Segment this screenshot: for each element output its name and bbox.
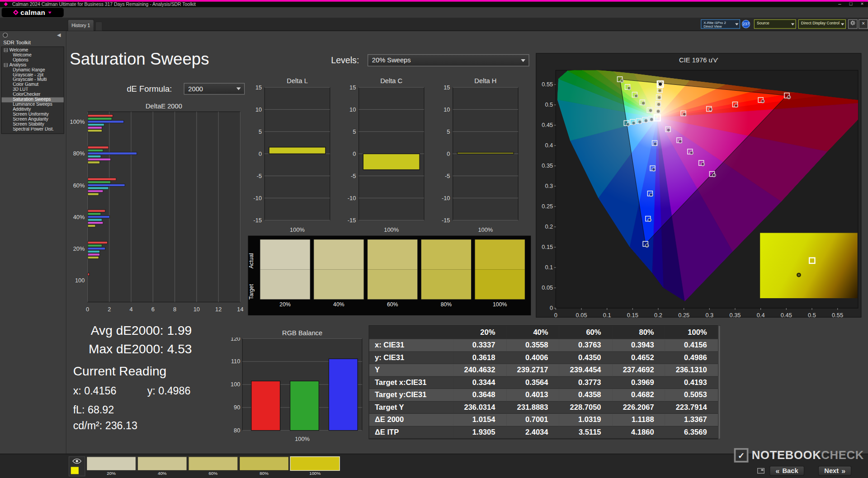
svg-text:100%: 100%: [295, 436, 310, 442]
tab-history-1[interactable]: History 1: [67, 19, 94, 31]
inset-measured-marker: [797, 273, 801, 277]
de-formula-dropdown[interactable]: 2000: [184, 83, 245, 95]
maximize-button[interactable]: □: [849, 1, 853, 6]
next-label: Next: [824, 467, 839, 474]
meter-select-button[interactable]: X-Rite i1Pro 2 Direct View: [701, 19, 740, 29]
tree-item-screen-angularity[interactable]: Screen Angularity: [2, 117, 64, 122]
swatch-tile: [313, 239, 364, 300]
delta-l-plot: 151050-5-10-15100%: [246, 85, 339, 239]
sidebar-tree: WelcomeWelcomeOptionsAnalysisDynamic Ran…: [1, 47, 64, 134]
table-row: ΔE ITP1.93052.40343.51154.18606.3569: [369, 426, 718, 439]
filmstrip-thumb-40%[interactable]: 40%: [137, 456, 187, 476]
svg-text:0.25: 0.25: [678, 312, 689, 319]
table-scrollbar[interactable]: [718, 325, 721, 439]
swatch-column-label: 100%: [474, 300, 525, 310]
levels-value: 20% Sweeps: [368, 56, 521, 64]
next-button[interactable]: Next »: [818, 466, 852, 476]
tree-item-label: Spectral Power Dist.: [13, 127, 54, 131]
tree-item-label: Welcome: [13, 53, 32, 57]
tree-item-3d-lut[interactable]: 3D LUT: [2, 88, 64, 93]
tree-item-analysis[interactable]: Analysis: [2, 63, 64, 68]
current-y: y: 0.4986: [147, 385, 191, 397]
delta-h-plot: 151050-5-10-15100%: [434, 85, 527, 239]
tree-item-dynamic-range[interactable]: Dynamic Range: [2, 68, 64, 73]
table-row-label: Target x:CIE31: [369, 376, 453, 389]
source-select-button[interactable]: Source: [754, 19, 796, 29]
back-button[interactable]: « Back: [769, 466, 804, 476]
tree-item-color-gamut[interactable]: Color Gamut: [2, 83, 64, 88]
meter-read-count-badge: 237: [742, 20, 750, 28]
tree-item-grayscale-2pt[interactable]: Grayscale - 2pt: [2, 73, 64, 78]
tree-item-luminance-sweeps[interactable]: Luminance Sweeps: [2, 102, 64, 107]
thumb-label: 60%: [188, 471, 238, 476]
swatch-actual-color: [368, 239, 417, 269]
table-cell: 0.4682: [612, 389, 665, 402]
filmstrip-thumb-100%[interactable]: 100%: [290, 456, 340, 476]
delta-l-title: Delta L: [264, 76, 330, 85]
tree-item-label: 3D LUT: [13, 88, 28, 92]
tab-stub[interactable]: [95, 22, 103, 31]
table-cell: 0.4013: [506, 389, 559, 402]
svg-text:0.3: 0.3: [545, 183, 553, 189]
filmstrip-thumb-80%[interactable]: 80%: [239, 456, 289, 476]
panel-close-button[interactable]: ×: [859, 19, 868, 29]
tree-item-colorchecker[interactable]: ColorChecker: [2, 93, 64, 98]
current-reading-title: Current Reading: [73, 364, 167, 379]
tree-item-spectral-power-dist-[interactable]: Spectral Power Dist.: [2, 127, 64, 132]
tree-expander-icon[interactable]: [4, 63, 8, 67]
calman-logo[interactable]: calman: [2, 8, 64, 17]
tree-expander-icon[interactable]: [4, 48, 8, 52]
accent-stripe: [0, 0, 868, 1]
table-row-label: ΔE 2000: [369, 414, 453, 426]
screenshot-root: Calman 2024 Calman Ultimate for Business…: [0, 0, 868, 478]
delta-c-chart: Delta C 151050-5-10-15100%: [340, 76, 433, 240]
tree-item-screen-uniformity[interactable]: Screen Uniformity: [2, 112, 64, 117]
swatch-tile: [259, 239, 311, 300]
chevron-down-icon: [236, 87, 241, 90]
table-header-cell: 60%: [559, 326, 612, 339]
table-cell: 0.4156: [665, 339, 718, 352]
sidebar-menu-button[interactable]: [3, 33, 8, 37]
tree-item-welcome[interactable]: Welcome: [2, 53, 64, 58]
thumb-label: 20%: [86, 471, 136, 476]
display-control-button[interactable]: Direct Display Control: [798, 19, 846, 29]
svg-text:5: 5: [447, 128, 450, 135]
swatch-target-color: [260, 269, 310, 299]
filmstrip-thumb-60%[interactable]: 60%: [188, 456, 238, 476]
popout-icon[interactable]: [757, 468, 764, 473]
close-icon: ×: [862, 20, 865, 26]
svg-text:15: 15: [443, 85, 450, 91]
swatch-actual-color: [475, 239, 525, 269]
svg-text:10: 10: [349, 106, 356, 113]
svg-text:5: 5: [353, 128, 356, 135]
chevron-down-icon: [735, 23, 738, 25]
table-cell: 0.3969: [612, 376, 665, 389]
delta-c-title: Delta C: [359, 76, 424, 85]
tree-item-grayscale-multi[interactable]: Grayscale - Multi: [2, 78, 64, 83]
back-label: Back: [782, 467, 798, 474]
minimize-button[interactable]: –: [838, 1, 841, 6]
thumb-swatch: [239, 456, 289, 471]
sidebar-collapse-button[interactable]: ◀: [57, 32, 61, 37]
svg-text:0.1: 0.1: [603, 312, 611, 319]
table-cell: 3.5115: [559, 426, 612, 439]
inset-target-marker: [809, 257, 816, 264]
filmstrip-thumb-20%[interactable]: 20%: [86, 456, 136, 476]
filmstrip-live-thumb[interactable]: [69, 456, 85, 476]
levels-label: Levels:: [331, 55, 359, 65]
levels-dropdown[interactable]: 20% Sweeps: [368, 54, 529, 66]
tree-item-screen-stability[interactable]: Screen Stability: [2, 122, 64, 127]
table-cell: 4.1860: [612, 426, 665, 439]
table-cell: 0.4006: [506, 351, 559, 364]
close-button[interactable]: ×: [861, 1, 863, 6]
tree-item-saturation-sweeps[interactable]: Saturation Sweeps: [2, 98, 64, 103]
swatch-column-label: 60%: [367, 300, 418, 310]
rgb-plot: 8090100110120100%: [226, 337, 364, 446]
deltae2000-title: DeltaE 2000: [87, 102, 240, 111]
tree-item-welcome[interactable]: Welcome: [2, 48, 64, 53]
svg-text:100: 100: [75, 277, 85, 284]
svg-text:90: 90: [234, 404, 240, 411]
tree-item-options[interactable]: Options: [2, 58, 64, 63]
settings-button[interactable]: [848, 19, 858, 29]
tree-item-additivity[interactable]: Additivity: [2, 107, 64, 112]
